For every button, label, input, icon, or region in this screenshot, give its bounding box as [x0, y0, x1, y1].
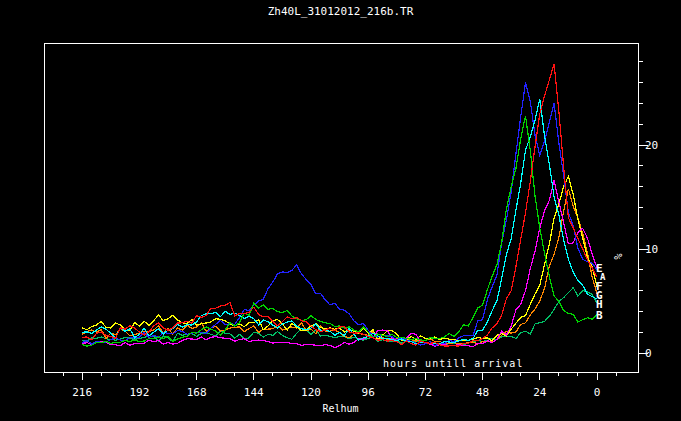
x-axis-tick-label: 168	[187, 386, 207, 399]
y-axis-tick-label: 20	[645, 139, 658, 152]
series-line-B	[82, 116, 597, 346]
x-axis-title: Relhum	[0, 403, 681, 414]
x-axis-tick-label: 72	[419, 386, 432, 399]
x-axis-tick-label: 120	[301, 386, 321, 399]
x-axis-tick-label: 144	[244, 386, 264, 399]
series-line-E	[82, 180, 597, 347]
plot-border	[44, 43, 638, 372]
series-line-G	[82, 189, 597, 344]
x-axis-tick-label: 0	[594, 386, 601, 399]
y-axis-tick-label: 10	[645, 243, 658, 256]
y-axis-tick-label: 0	[645, 347, 652, 360]
x-axis-tick-label: 24	[533, 386, 547, 399]
x-axis-tick-label: 48	[476, 386, 489, 399]
y-axis-title: %	[613, 253, 624, 259]
series-line-D	[82, 83, 597, 346]
series-line-C	[82, 99, 597, 344]
chart-canvas: 21619216814412096724824001020EAFGHB	[0, 0, 681, 421]
chart-title: Zh40L_31012012_216b.TR	[0, 5, 681, 18]
series-line-F	[82, 176, 597, 341]
trajectory-chart-screen: Zh40L_31012012_216b.TR 21619216814412096…	[0, 0, 681, 421]
x-axis-tick-label: 192	[129, 386, 149, 399]
x-axis-tick-label: 216	[72, 386, 92, 399]
hours-until-arrival-note: hours untill arrival	[383, 358, 523, 369]
x-axis-tick-label: 96	[362, 386, 375, 399]
series-end-label-B: B	[596, 309, 603, 322]
series-line-A	[82, 64, 597, 346]
